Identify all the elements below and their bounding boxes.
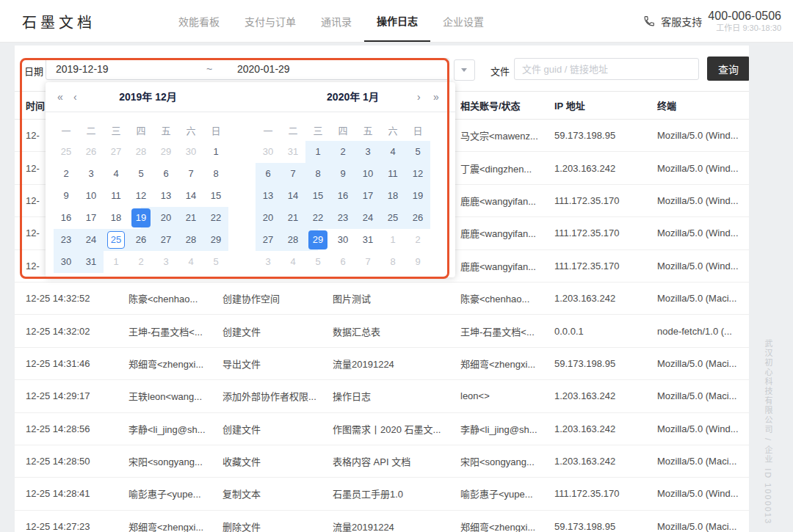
calendar-day[interactable]: 3 <box>153 251 178 273</box>
calendar-day[interactable]: 26 <box>128 229 153 251</box>
calendar-day[interactable]: 6 <box>153 163 178 185</box>
calendar-day[interactable]: 15 <box>203 185 228 207</box>
calendar-day[interactable]: 2 <box>128 251 153 273</box>
calendar-day[interactable]: 26 <box>405 207 430 229</box>
calendar-day[interactable]: 21 <box>280 207 305 229</box>
calendar-day[interactable]: 23 <box>54 229 79 251</box>
calendar-day[interactable]: 28 <box>178 229 203 251</box>
calendar-day[interactable]: 1 <box>305 141 330 163</box>
calendar-day[interactable]: 28 <box>128 141 153 163</box>
calendar-day[interactable]: 30 <box>330 229 355 251</box>
calendar-day[interactable]: 12 <box>405 163 430 185</box>
calendar-day[interactable]: 12 <box>128 185 153 207</box>
calendar-day[interactable]: 31 <box>280 141 305 163</box>
file-search-input[interactable] <box>514 58 699 80</box>
calendar-day[interactable]: 17 <box>79 207 104 229</box>
date-end-value[interactable]: 2020-01-29 <box>237 63 290 75</box>
calendar-day[interactable]: 19 <box>128 207 153 229</box>
calendar-day[interactable]: 1 <box>104 251 128 273</box>
calendar-day[interactable]: 27 <box>153 229 178 251</box>
calendar-day[interactable]: 8 <box>203 163 228 185</box>
calendar-day[interactable]: 2 <box>330 141 355 163</box>
calendar-day[interactable]: 4 <box>280 251 305 273</box>
date-preset-dropdown[interactable] <box>454 59 475 81</box>
calendar-day[interactable]: 8 <box>380 251 405 273</box>
calendar-day[interactable]: 23 <box>330 207 355 229</box>
calendar-day[interactable]: 10 <box>79 185 104 207</box>
calendar-day[interactable]: 31 <box>79 251 104 273</box>
log-row: 12-25 14:32:52陈豪<chenhao...创建协作空间图片测试陈豪<… <box>15 283 749 315</box>
calendar-day[interactable]: 5 <box>203 251 228 273</box>
calendar-day[interactable]: 22 <box>305 207 330 229</box>
next-year-icon[interactable]: » <box>433 82 439 112</box>
calendar-day[interactable]: 16 <box>330 185 355 207</box>
calendar-day[interactable]: 25 <box>104 229 128 251</box>
calendar-day[interactable]: 6 <box>256 163 280 185</box>
calendar-day[interactable]: 30 <box>256 141 280 163</box>
calendar-day[interactable]: 20 <box>153 207 178 229</box>
nav-item-4[interactable]: 企业设置 <box>430 0 496 42</box>
calendar-day[interactable]: 4 <box>178 251 203 273</box>
calendar-day[interactable]: 26 <box>79 141 104 163</box>
calendar-day[interactable]: 4 <box>104 163 128 185</box>
calendar-day[interactable]: 13 <box>256 185 280 207</box>
calendar-day[interactable]: 3 <box>355 141 380 163</box>
calendar-day[interactable]: 27 <box>256 229 280 251</box>
calendar-day[interactable]: 2 <box>405 229 430 251</box>
calendar-day[interactable]: 24 <box>79 229 104 251</box>
log-cell: 12-25 14:28:41 <box>26 488 128 499</box>
calendar-day[interactable]: 1 <box>203 141 228 163</box>
calendar-day[interactable]: 31 <box>355 229 380 251</box>
calendar-day[interactable]: 6 <box>330 251 355 273</box>
next-month-icon[interactable]: › <box>417 82 421 112</box>
nav-item-1[interactable]: 支付与订单 <box>232 0 308 42</box>
nav-item-0[interactable]: 效能看板 <box>166 0 232 42</box>
calendar-day[interactable]: 29 <box>305 229 330 251</box>
calendar-day[interactable]: 9 <box>54 185 79 207</box>
calendar-day[interactable]: 27 <box>104 141 128 163</box>
calendar-day[interactable]: 20 <box>256 207 280 229</box>
calendar-day[interactable]: 3 <box>79 163 104 185</box>
date-range-input[interactable]: 2019-12-19 ~ 2020-01-29 <box>46 58 449 80</box>
calendar-day[interactable]: 5 <box>405 141 430 163</box>
date-start-value[interactable]: 2019-12-19 <box>46 63 206 75</box>
calendar-day[interactable]: 24 <box>355 207 380 229</box>
calendar-day[interactable]: 5 <box>305 251 330 273</box>
calendar-day[interactable]: 9 <box>405 251 430 273</box>
calendar-day[interactable]: 17 <box>355 185 380 207</box>
calendar-day[interactable]: 25 <box>380 207 405 229</box>
calendar-day[interactable]: 30 <box>178 141 203 163</box>
calendar-day[interactable]: 8 <box>305 163 330 185</box>
calendar-day[interactable]: 13 <box>153 185 178 207</box>
calendar-day[interactable]: 2 <box>54 163 79 185</box>
search-button[interactable]: 查询 <box>707 57 749 81</box>
nav-item-2[interactable]: 通讯录 <box>308 0 364 42</box>
calendar-day[interactable]: 19 <box>405 185 430 207</box>
calendar-day[interactable]: 9 <box>330 163 355 185</box>
calendar-day[interactable]: 30 <box>54 251 79 273</box>
calendar-day[interactable]: 25 <box>54 141 79 163</box>
calendar-day[interactable]: 3 <box>256 251 280 273</box>
nav-item-3[interactable]: 操作日志 <box>364 0 430 42</box>
calendar-day[interactable]: 16 <box>54 207 79 229</box>
calendar-day[interactable]: 11 <box>380 163 405 185</box>
calendar-day[interactable]: 5 <box>128 163 153 185</box>
calendar-day[interactable]: 18 <box>104 207 128 229</box>
calendar-day[interactable]: 1 <box>380 229 405 251</box>
calendar-day[interactable]: 15 <box>305 185 330 207</box>
calendar-day[interactable]: 29 <box>153 141 178 163</box>
calendar-day[interactable]: 22 <box>203 207 228 229</box>
calendar-day[interactable]: 10 <box>355 163 380 185</box>
calendar-day[interactable]: 4 <box>380 141 405 163</box>
calendar-day[interactable]: 7 <box>280 163 305 185</box>
calendar-day[interactable]: 28 <box>280 229 305 251</box>
calendar-day[interactable]: 21 <box>178 207 203 229</box>
calendar-day[interactable]: 7 <box>178 163 203 185</box>
calendar-day[interactable]: 29 <box>203 229 228 251</box>
calendar-day-number: 15 <box>308 186 327 205</box>
calendar-day[interactable]: 7 <box>355 251 380 273</box>
calendar-day[interactable]: 14 <box>178 185 203 207</box>
calendar-day[interactable]: 18 <box>380 185 405 207</box>
calendar-day[interactable]: 11 <box>104 185 128 207</box>
calendar-day[interactable]: 14 <box>280 185 305 207</box>
